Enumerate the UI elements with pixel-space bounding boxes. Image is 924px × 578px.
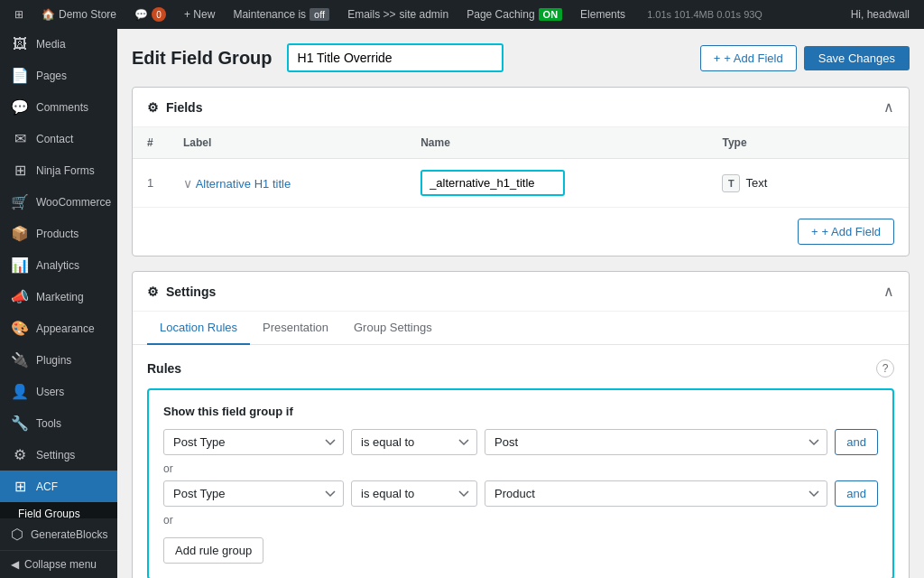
save-changes-button[interactable]: Save Changes: [804, 46, 910, 70]
expand-icon[interactable]: ∨: [183, 176, 192, 191]
collapse-menu-button[interactable]: ◀ Collapse menu: [0, 550, 117, 578]
rule-1-and-button[interactable]: and: [835, 429, 878, 455]
sidebar-item-label: Plugins: [36, 354, 71, 367]
site-name-button[interactable]: 🏠 Demo Store: [34, 0, 124, 29]
col-num: #: [133, 127, 169, 159]
rule-2-condition-select[interactable]: Post Type: [163, 480, 344, 507]
or-label-2: or: [163, 514, 878, 527]
sidebar-item-label: Marketing: [36, 291, 84, 303]
add-field-button-header[interactable]: + + Add Field: [700, 45, 797, 71]
settings-gear-icon: ⚙: [147, 284, 159, 299]
emails-button[interactable]: Emails >> site admin: [340, 0, 456, 29]
settings-body: Rules ? Show this field group if Post Ty…: [133, 345, 909, 578]
and-label-2: and: [846, 487, 866, 500]
settings-panel-toggle[interactable]: ∧: [883, 283, 894, 300]
sidebar-item-media[interactable]: 🖼 Media: [0, 29, 117, 60]
page-title: Edit Field Group: [132, 48, 273, 69]
rule-2-and-button[interactable]: and: [835, 480, 878, 507]
field-num: 1: [133, 159, 169, 208]
sidebar-item-tools[interactable]: 🔧 Tools: [0, 407, 117, 439]
field-name-cell: [406, 159, 707, 208]
col-type: Type: [707, 127, 836, 159]
tab-location-rules[interactable]: Location Rules: [147, 312, 250, 345]
sidebar: 🖼 Media 📄 Pages 💬 Comments ✉ Contact ⊞ N…: [0, 29, 117, 578]
performance-info: 1.01s 101.4MB 0.01s 93Q: [636, 9, 773, 20]
settings-panel-header: ⚙ Settings ∧: [133, 272, 909, 312]
fields-panel-toggle[interactable]: ∧: [883, 98, 894, 116]
sidebar-item-comments[interactable]: 💬 Comments: [0, 91, 117, 123]
add-field-button-panel[interactable]: + + Add Field: [798, 219, 894, 245]
contact-icon: ✉: [11, 130, 29, 147]
maintenance-button[interactable]: Maintenance is off: [226, 0, 337, 29]
sidebar-item-marketing[interactable]: 📣 Marketing: [0, 281, 117, 312]
rule-2-operator-select[interactable]: is equal to: [351, 480, 477, 507]
marketing-icon: 📣: [11, 288, 29, 305]
sidebar-footer: ⬡ GenerateBlocks ◀ Collapse menu: [0, 518, 117, 578]
sidebar-item-acf[interactable]: ⊞ ACF: [0, 471, 117, 502]
col-label: Label: [169, 127, 406, 159]
maintenance-label: Maintenance is: [233, 8, 306, 21]
emails-label: Emails >>: [347, 8, 395, 21]
ninja-forms-icon: ⊞: [11, 162, 29, 179]
generate-blocks-button[interactable]: ⬡ GenerateBlocks: [0, 518, 117, 550]
settings-title-label: Settings: [166, 284, 216, 299]
tab-presentation[interactable]: Presentation: [250, 312, 341, 345]
sidebar-item-ninja-forms[interactable]: ⊞ Ninja Forms: [0, 154, 117, 186]
sidebar-item-users[interactable]: 👤 Users: [0, 376, 117, 407]
settings-panel-title: ⚙ Settings: [147, 284, 216, 299]
wp-logo-button[interactable]: ⊞: [7, 0, 31, 29]
comments-button[interactable]: 💬 0: [127, 0, 173, 29]
fields-panel-header: ⚙ Fields ∧: [133, 88, 909, 127]
new-button[interactable]: + New: [177, 0, 222, 29]
rule-1-condition-select[interactable]: Post Type: [163, 429, 344, 455]
add-rule-group-label: Add rule group: [175, 544, 252, 557]
acf-icon: ⊞: [11, 478, 29, 495]
rule-1-value-select[interactable]: Post: [485, 429, 827, 455]
rules-header: Rules ?: [147, 359, 894, 378]
sidebar-item-products[interactable]: 📦 Products: [0, 218, 117, 249]
sidebar-item-pages[interactable]: 📄 Pages: [0, 60, 117, 91]
rule-2-value-select[interactable]: Product: [485, 480, 827, 507]
rule-1-operator-select[interactable]: is equal to: [351, 429, 477, 455]
sidebar-item-plugins[interactable]: 🔌 Plugins: [0, 344, 117, 376]
user-greeting[interactable]: Hi, headwall: [844, 0, 917, 29]
settings-panel: ⚙ Settings ∧ Location Rules Presentation…: [132, 271, 910, 578]
new-label: + New: [184, 8, 215, 21]
fields-panel: ⚙ Fields ∧ # Label Name Type: [132, 87, 910, 256]
sidebar-item-analytics[interactable]: 📊 Analytics: [0, 249, 117, 281]
field-group-name-input[interactable]: [287, 43, 504, 72]
page-caching-label: Page Caching: [467, 8, 534, 21]
field-label-link[interactable]: Alternative H1 title: [196, 177, 291, 191]
sidebar-item-woocommerce[interactable]: 🛒 WooCommerce: [0, 186, 117, 218]
add-field-label: + Add Field: [724, 51, 782, 65]
sidebar-item-label: Pages: [36, 70, 67, 82]
sidebar-item-settings[interactable]: ⚙ Settings: [0, 439, 117, 471]
sidebar-item-label: Analytics: [36, 259, 79, 272]
sidebar-item-contact[interactable]: ✉ Contact: [0, 123, 117, 154]
field-name-input[interactable]: [420, 170, 565, 196]
comment-icon: 💬: [134, 8, 148, 21]
col-actions: [836, 127, 909, 159]
header-actions: + + Add Field Save Changes: [700, 45, 910, 71]
elements-button[interactable]: Elements: [573, 0, 633, 29]
comment-count: 0: [152, 7, 166, 22]
media-icon: 🖼: [11, 36, 29, 52]
fields-panel-title: ⚙ Fields: [147, 100, 202, 115]
sidebar-item-label: Products: [36, 228, 79, 240]
tab-group-settings[interactable]: Group Settings: [341, 312, 445, 345]
page-caching-button[interactable]: Page Caching ON: [459, 0, 569, 29]
settings-icon: ⚙: [11, 446, 29, 463]
add-rule-group-button[interactable]: Add rule group: [163, 537, 263, 564]
sidebar-item-label: Settings: [36, 449, 75, 461]
settings-panel-body: Location Rules Presentation Group Settin…: [133, 312, 909, 578]
help-icon[interactable]: ?: [876, 359, 894, 378]
field-actions-cell: [836, 159, 909, 208]
site-icon: 🏠: [42, 8, 55, 21]
plus-icon: +: [714, 51, 721, 65]
add-field-row: + + Add Field: [133, 208, 909, 256]
rules-title: Rules: [147, 361, 181, 376]
add-field-panel-label: + Add Field: [822, 225, 881, 238]
sidebar-item-appearance[interactable]: 🎨 Appearance: [0, 312, 117, 344]
woocommerce-icon: 🛒: [11, 193, 29, 210]
field-label-cell: ∨ Alternative H1 title: [169, 159, 406, 208]
